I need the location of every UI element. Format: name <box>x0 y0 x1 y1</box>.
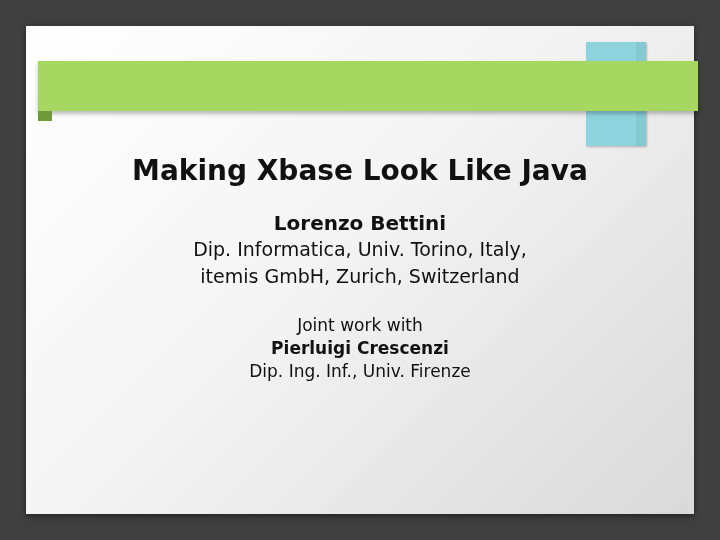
slide-frame: Making Xbase Look Like Java Lorenzo Bett… <box>0 0 720 540</box>
slide-title: Making Xbase Look Like Java <box>26 154 694 187</box>
author-affiliation-line2: itemis GmbH, Zurich, Switzerland <box>26 264 694 289</box>
banner-fold <box>38 111 52 121</box>
author-affiliation-line1: Dip. Informatica, Univ. Torino, Italy, <box>26 237 694 262</box>
coauthor-affiliation: Dip. Ing. Inf., Univ. Firenze <box>26 360 694 383</box>
slide-body: Making Xbase Look Like Java Lorenzo Bett… <box>26 26 694 514</box>
coauthor-name: Pierluigi Crescenzi <box>26 337 694 360</box>
author-name: Lorenzo Bettini <box>26 211 694 235</box>
joint-work-label: Joint work with <box>26 314 694 337</box>
title-banner <box>38 61 698 111</box>
joint-work-block: Joint work with Pierluigi Crescenzi Dip.… <box>26 314 694 383</box>
content-area: Making Xbase Look Like Java Lorenzo Bett… <box>26 144 694 383</box>
